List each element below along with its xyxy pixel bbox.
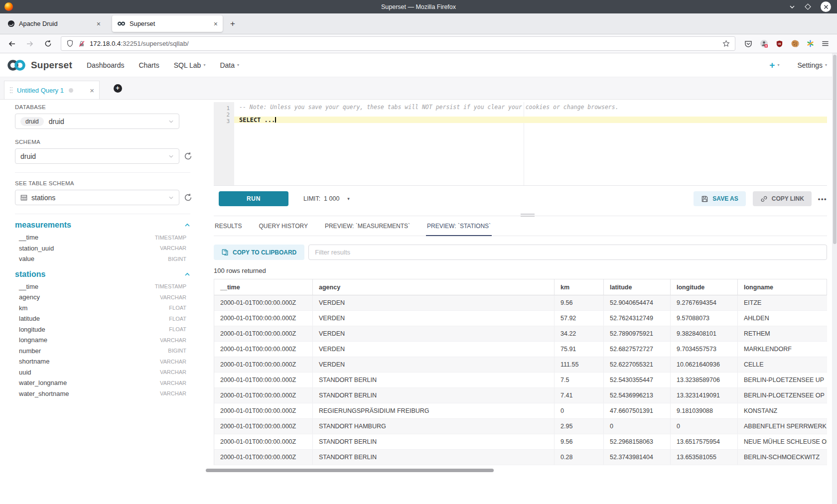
- table-schema-stations[interactable]: stations: [15, 270, 190, 279]
- database-select[interactable]: druid druid: [15, 114, 179, 129]
- refresh-tables-button[interactable]: [184, 193, 192, 202]
- copy-link-button[interactable]: COPY LINK: [753, 191, 812, 206]
- schema-column-row: longname VARCHAR: [15, 335, 190, 346]
- column-type: VARCHAR: [160, 245, 186, 251]
- back-button[interactable]: [6, 40, 18, 48]
- reload-button[interactable]: [42, 40, 54, 47]
- asterisk-extension-icon[interactable]: [807, 40, 814, 47]
- table-row[interactable]: 2000-01-01T00:00:00.000Z VERDEN 9.56 52.…: [214, 295, 827, 311]
- menu-button[interactable]: [822, 40, 829, 47]
- close-query-tab-icon[interactable]: ×: [90, 87, 94, 94]
- superset-logo-icon[interactable]: [6, 59, 27, 72]
- copy-to-clipboard-button[interactable]: COPY TO CLIPBOARD: [214, 245, 304, 260]
- table-select[interactable]: stations: [15, 190, 179, 205]
- table-header-row: __timeagencykmlatitudelongitudelongname: [214, 279, 827, 295]
- pocket-icon[interactable]: [744, 40, 752, 48]
- account-extension-icon[interactable]: [760, 39, 768, 48]
- cell-agency: STANDORT BERLIN: [313, 388, 555, 403]
- close-tab-icon[interactable]: ×: [214, 20, 218, 27]
- settings-menu[interactable]: Settings▾: [797, 61, 827, 69]
- nav-item-data[interactable]: Data▾: [220, 61, 239, 69]
- minimize-button[interactable]: [789, 4, 795, 10]
- url-bar[interactable]: 172.18.0.4:32251/superset/sqllab/: [61, 36, 735, 51]
- browser-tab-apache-druid[interactable]: Apache Druid ×: [2, 13, 106, 34]
- collapse-icon[interactable]: [184, 271, 190, 277]
- add-new-button[interactable]: +: [769, 60, 775, 71]
- table-row[interactable]: 2000-01-01T00:00:00.000Z VERDEN 111.55 5…: [214, 357, 827, 373]
- schema-column-row: water_longname VARCHAR: [15, 378, 190, 388]
- database-type-tag: druid: [20, 117, 44, 126]
- tab-query-history[interactable]: QUERY HISTORY: [258, 216, 308, 236]
- sql-statement-line[interactable]: SELECT ...: [234, 117, 827, 123]
- vertical-scrollbar[interactable]: [832, 53, 837, 504]
- drag-handle-icon[interactable]: [9, 86, 13, 94]
- collapse-icon[interactable]: [184, 222, 190, 228]
- url-text[interactable]: 172.18.0.4:32251/superset/sqllab/: [90, 40, 189, 47]
- table-schema-measurements[interactable]: measurements: [15, 221, 190, 230]
- column-type: BIGINT: [168, 256, 186, 262]
- nav-item-dashboards[interactable]: Dashboards: [87, 61, 125, 69]
- maximize-button[interactable]: [805, 3, 811, 10]
- cell-agency: REGIERUNGSPRÄSIDIUM FREIBURG: [313, 403, 555, 418]
- nav-item-sql-lab[interactable]: SQL Lab▾: [174, 61, 206, 69]
- vertical-scrollbar-thumb[interactable]: [833, 55, 837, 244]
- limit-dropdown[interactable]: LIMIT: 1 000 ▾: [303, 191, 350, 206]
- horizontal-scrollbar-thumb[interactable]: [206, 469, 494, 472]
- chevron-down-icon[interactable]: ▾: [777, 63, 779, 67]
- cell-time: 2000-01-01T00:00:00.000Z: [214, 357, 313, 372]
- pane-resize-handle[interactable]: [521, 214, 535, 218]
- table-row[interactable]: 2000-01-01T00:00:00.000Z VERDEN 75.91 52…: [214, 342, 827, 357]
- column-header[interactable]: latitude: [604, 279, 671, 295]
- table-row[interactable]: 2000-01-01T00:00:00.000Z STANDORT BERLIN…: [214, 434, 827, 450]
- cell-km: 7.41: [555, 388, 604, 403]
- more-actions-button[interactable]: •••: [818, 195, 827, 203]
- column-header[interactable]: agency: [313, 279, 555, 295]
- table-name[interactable]: stations: [15, 270, 45, 279]
- schema-select[interactable]: druid: [15, 148, 179, 164]
- link-icon: [760, 195, 768, 203]
- table-row[interactable]: 2000-01-01T00:00:00.000Z STANDORT BERLIN…: [214, 388, 827, 403]
- chevron-down-icon: [168, 153, 174, 159]
- table-name[interactable]: measurements: [15, 221, 71, 230]
- table-row[interactable]: 2000-01-01T00:00:00.000Z STANDORT HAMBUR…: [214, 419, 827, 434]
- column-header[interactable]: __time: [214, 279, 313, 295]
- tab-label: Superset: [130, 20, 155, 27]
- tab-preview-stations[interactable]: PREVIEW: `STATIONS`: [426, 216, 492, 236]
- hamburger-icon: [822, 40, 829, 47]
- new-tab-button[interactable]: +: [230, 13, 235, 34]
- shield-icon[interactable]: [66, 40, 74, 47]
- filter-results-input[interactable]: [308, 245, 827, 260]
- column-header[interactable]: km: [555, 279, 604, 295]
- close-button[interactable]: [821, 1, 831, 12]
- tab-results[interactable]: RESULTS: [214, 216, 243, 236]
- column-type: VARCHAR: [160, 359, 186, 365]
- query-tab-active[interactable]: Untitled Query 1 ×: [4, 81, 100, 99]
- horizontal-scrollbar[interactable]: [214, 469, 827, 473]
- insecure-lock-icon[interactable]: [78, 40, 85, 47]
- sql-editor[interactable]: 1 2 3 -- Note: Unless you save your quer…: [214, 102, 827, 186]
- close-tab-icon[interactable]: ×: [97, 20, 101, 27]
- cell-km: 111.55: [555, 357, 604, 372]
- brand-name[interactable]: Superset: [31, 60, 72, 71]
- run-button[interactable]: RUN: [219, 191, 288, 206]
- nav-item-charts[interactable]: Charts: [139, 61, 159, 69]
- tab-preview-measurements[interactable]: PREVIEW: `MEASUREMENTS`: [324, 216, 411, 236]
- cell-longname: CELLE: [738, 357, 827, 372]
- table-row[interactable]: 2000-01-01T00:00:00.000Z VERDEN 57.92 52…: [214, 311, 827, 326]
- table-row[interactable]: 2000-01-01T00:00:00.000Z REGIERUNGSPRÄSI…: [214, 403, 827, 419]
- column-header[interactable]: longname: [738, 279, 827, 295]
- table-row[interactable]: 2000-01-01T00:00:00.000Z STANDORT BERLIN…: [214, 450, 827, 465]
- ublock-icon[interactable]: U0: [776, 40, 783, 48]
- save-as-button[interactable]: SAVE AS: [694, 191, 745, 206]
- bookmark-button[interactable]: [722, 40, 730, 47]
- browser-tab-superset[interactable]: Superset ×: [112, 15, 223, 32]
- forward-button[interactable]: [24, 40, 36, 48]
- table-row[interactable]: 2000-01-01T00:00:00.000Z STANDORT BERLIN…: [214, 373, 827, 388]
- cell-agency: VERDEN: [313, 311, 555, 326]
- table-row[interactable]: 2000-01-01T00:00:00.000Z VERDEN 34.22 52…: [214, 326, 827, 342]
- refresh-schema-button[interactable]: [184, 152, 192, 160]
- column-name: uuid: [19, 369, 31, 376]
- cookie-extension-icon[interactable]: [791, 39, 799, 48]
- column-header[interactable]: longitude: [671, 279, 738, 295]
- add-query-tab-button[interactable]: +: [108, 77, 128, 99]
